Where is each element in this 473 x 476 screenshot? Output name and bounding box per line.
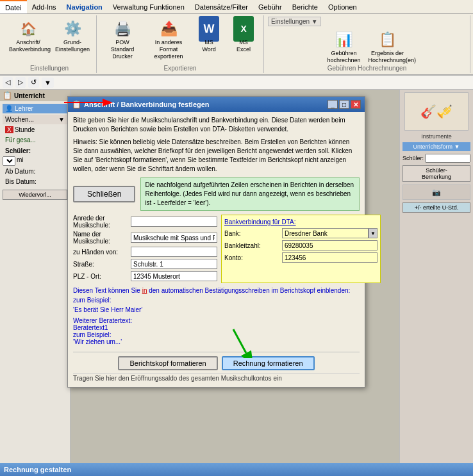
- bankleitzahl-label: Bankleitzahl:: [224, 242, 282, 249]
- toolbar: ◁ ▷ ↺ ▼: [0, 76, 473, 90]
- stunden-label: Stunde: [15, 126, 35, 133]
- x-button[interactable]: X: [5, 126, 13, 133]
- menu-datei[interactable]: Datei: [0, 0, 27, 13]
- mi-dropdown[interactable]: ▼: [3, 156, 15, 166]
- ribbon-btn-fees[interactable]: 📊 Gebührenhochrechnen: [325, 28, 363, 66]
- ribbon-group-hochrechnungen: Einstellungen ▼ 📊 Gebührenhochrechnen 📋 …: [264, 15, 470, 73]
- form-section: Anrede der Musikschule: Name der Musiksc…: [73, 215, 360, 283]
- bisdatum-item: Bis Datum:: [3, 177, 67, 186]
- ribbon-btn-fees-label: Gebührenhochrechnen: [328, 50, 361, 64]
- toolbar-dropdown[interactable]: ▼: [42, 78, 54, 88]
- left-panel-title: 📋 Unterricht: [0, 90, 70, 101]
- bank-dropdown-container: ▼: [282, 228, 378, 238]
- footer-text: Tragen Sie hier den Eröffnungssaldo des …: [73, 375, 282, 382]
- menu-berichte[interactable]: Berichte: [287, 0, 323, 13]
- bisdatum-label: Bis Datum:: [5, 178, 37, 185]
- ribbon-btn-export-label: In anderes Formatexportieren: [149, 39, 188, 60]
- example-text: 'Es berät Sie Herr Maier': [73, 306, 142, 313]
- lehrer-label: Lehrer: [15, 105, 33, 112]
- abdatum-item: Ab Datum:: [3, 167, 67, 176]
- schueler-bemerkung-btn[interactable]: Schüler-Bemerkung: [402, 165, 470, 182]
- erteilte-ustd-btn[interactable]: +/- erteilte U-Std.: [402, 202, 470, 213]
- menu-optionen[interactable]: Optionen: [323, 0, 362, 13]
- berater-example: zum Beispiel:: [73, 331, 111, 338]
- wochen-label: Wochen...: [5, 116, 34, 123]
- ribbon-btn-result[interactable]: 📋 Ergebnis derHochrechnung(en): [366, 28, 410, 66]
- highlighted-box: Die nachfolgend aufgeführten Zeilen ersc…: [140, 177, 360, 211]
- bankleitzahl-row: Bankleitzahl:: [224, 240, 378, 250]
- dialog-minimize[interactable]: _: [328, 100, 338, 109]
- menu-addins[interactable]: Add-Ins: [27, 0, 62, 13]
- menu-verwaltung[interactable]: Verwaltung Funktionen: [108, 0, 190, 13]
- ribbon-btn-printer[interactable]: 🖨️ POW StandardDrucker: [101, 17, 144, 62]
- konto-label: Konto:: [224, 254, 282, 261]
- abdatum-label: Ab Datum:: [5, 168, 35, 175]
- konto-input[interactable]: [282, 252, 378, 263]
- example-label: zum Beispiel:: [73, 297, 111, 304]
- bottom-dialog: Rechnung gestalten Klicken Sie auf das S…: [0, 463, 473, 476]
- ribbon-btn-grundeinstellungen-label: Grund-Einstellungen: [55, 39, 90, 53]
- bank-dropdown-arrow[interactable]: ▼: [369, 228, 378, 238]
- ribbon-btn-word[interactable]: W MSWord: [193, 17, 225, 55]
- lehrer-item[interactable]: 👤Lehrer: [3, 104, 67, 113]
- right-panel: 🎸🎺 Instrumente Unterrichtsform ▼ Schüler…: [399, 90, 473, 463]
- ribbon-btn-export[interactable]: 📤 In anderes Formatexportieren: [147, 17, 190, 62]
- schueler-label: Schüler:: [5, 147, 31, 154]
- ribbon-btn-home[interactable]: 🏠 Anschrift/Bankverbindung: [6, 17, 50, 55]
- schueler-right-input[interactable]: [425, 154, 470, 163]
- ribbon-btn-excel[interactable]: X MSExcel: [228, 17, 260, 55]
- ribbon: 🏠 Anschrift/Bankverbindung ⚙️ Grund-Eins…: [0, 14, 473, 76]
- dialog-maximize[interactable]: □: [339, 100, 349, 109]
- plz-input[interactable]: [131, 271, 217, 281]
- haenden-input[interactable]: [131, 247, 217, 257]
- anrede-input[interactable]: [131, 217, 217, 227]
- action-buttons-row: Berichtskopf formatieren Rechnung format…: [73, 352, 360, 370]
- btn-rechnung[interactable]: Rechnung formatieren: [222, 356, 315, 370]
- plz-label: PLZ - Ort:: [73, 273, 131, 280]
- berater-section: Weiterer Beratertext: Beratertext1 zum B…: [73, 317, 360, 345]
- menu-gebuehr[interactable]: Gebühr: [253, 0, 287, 13]
- ribbon-group-exportieren: 🖨️ POW StandardDrucker 📤 In anderes Form…: [97, 15, 264, 73]
- bank-name-input[interactable]: [282, 228, 369, 238]
- main-dialog-titlebar: 📋 Anschrift / Bankverbindung festlegen _…: [68, 97, 365, 112]
- btn-berichtskopf[interactable]: Berichtskopf formatieren: [118, 356, 217, 370]
- unterrichtsform-dropdown[interactable]: ▼: [58, 116, 65, 123]
- menu-bar: Datei Add-Ins Navigation Verwaltung Funk…: [0, 0, 473, 14]
- ribbon-btn-excel-label: MSExcel: [236, 39, 251, 53]
- ribbon-btn-home-label: Anschrift/Bankverbindung: [9, 39, 47, 53]
- bankleitzahl-input[interactable]: [282, 240, 378, 250]
- export-icon: 📤: [158, 19, 179, 39]
- main-dialog-hint: Hinweis: Sie können beliebig viele Daten…: [73, 138, 360, 174]
- form-left: Anrede der Musikschule: Name der Musiksc…: [73, 215, 217, 283]
- dialog-close[interactable]: ✕: [351, 100, 361, 109]
- toolbar-back[interactable]: ◁: [3, 77, 13, 88]
- anrede-label: Anrede der Musikschule:: [73, 215, 131, 229]
- ribbon-btn-printer-label: POW StandardDrucker: [103, 39, 142, 60]
- schueler-label-item: Schüler:: [3, 146, 67, 156]
- fuer-gesa-item[interactable]: Für gesa...: [3, 135, 67, 145]
- left-panel: 📋 Unterricht 👤Lehrer Wochen... ▼ X Stund…: [0, 90, 71, 463]
- group-label-hochrechnungen: Gebühren Hochrechnungen: [328, 65, 406, 72]
- group-label-exportieren: Exportieren: [163, 65, 196, 72]
- schliessen-button[interactable]: Schließen: [73, 186, 135, 202]
- toolbar-undo[interactable]: ↺: [28, 77, 39, 88]
- toolbar-forward[interactable]: ▷: [15, 77, 26, 88]
- dialog-icon: 📋: [72, 100, 81, 109]
- strasse-row: Straße:: [73, 259, 217, 269]
- haenden-label: zu Händen von:: [73, 249, 131, 256]
- ribbon-btn-grundeinstellungen[interactable]: ⚙️ Grund-Einstellungen: [53, 17, 92, 55]
- gear-icon: ⚙️: [62, 19, 83, 39]
- name-input[interactable]: [131, 233, 217, 243]
- form-right: Bankverbindung für DTA: Bank: ▼ Bankleit…: [221, 215, 381, 283]
- strasse-input[interactable]: [131, 259, 217, 269]
- wochen-item[interactable]: Wochen... ▼: [3, 115, 67, 124]
- menu-navigation[interactable]: Navigation: [62, 0, 108, 13]
- mi-label: mi: [17, 156, 24, 166]
- wiedervorlage-btn[interactable]: Wiedervorl...: [3, 190, 67, 200]
- stunden-row: X Stunde: [3, 125, 67, 135]
- menu-datensaetze[interactable]: Datensätze/Filter: [190, 0, 253, 13]
- einstellungen-dropdown[interactable]: Einstellungen ▼: [268, 17, 321, 26]
- name-row: Name der Musikschule:: [73, 231, 217, 245]
- unterrichtsform-btn[interactable]: Unterrichtsform ▼: [402, 142, 470, 151]
- word-icon: W: [199, 19, 219, 39]
